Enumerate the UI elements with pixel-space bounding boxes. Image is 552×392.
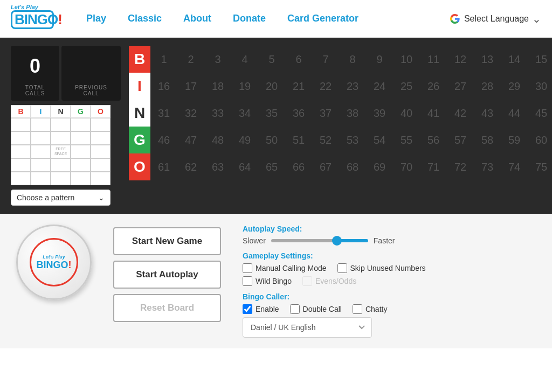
bingo-cell[interactable] [31, 172, 51, 185]
number-46[interactable]: 46 [150, 127, 177, 153]
bingo-cell[interactable] [51, 158, 71, 172]
wild-bingo-option[interactable]: Wild Bingo [243, 276, 292, 286]
number-23[interactable]: 23 [339, 73, 366, 100]
number-54[interactable]: 54 [366, 127, 393, 153]
double-call-option[interactable]: Double Call [290, 304, 342, 314]
bingo-cell[interactable] [91, 118, 111, 131]
number-70[interactable]: 70 [393, 153, 420, 180]
number-53[interactable]: 53 [339, 127, 366, 153]
number-67[interactable]: 67 [312, 153, 339, 180]
reset-board-button[interactable]: Reset Board [113, 294, 221, 322]
number-31[interactable]: 31 [150, 100, 177, 127]
number-15[interactable]: 15 [528, 46, 552, 73]
number-36[interactable]: 36 [285, 100, 312, 127]
bingo-cell[interactable] [31, 158, 51, 172]
number-12[interactable]: 12 [447, 46, 474, 73]
number-40[interactable]: 40 [393, 100, 420, 127]
bingo-cell[interactable] [11, 145, 31, 158]
bingo-cell[interactable] [71, 158, 91, 172]
number-33[interactable]: 33 [204, 100, 231, 127]
number-69[interactable]: 69 [366, 153, 393, 180]
wild-bingo-checkbox[interactable] [243, 276, 252, 286]
number-28[interactable]: 28 [474, 73, 501, 100]
manual-calling-option[interactable]: Manual Calling Mode [243, 263, 327, 273]
number-41[interactable]: 41 [420, 100, 447, 127]
number-74[interactable]: 74 [501, 153, 528, 180]
skip-unused-checkbox[interactable] [337, 263, 347, 273]
number-7[interactable]: 7 [312, 46, 339, 73]
bingo-cell[interactable] [91, 158, 111, 172]
number-37[interactable]: 37 [312, 100, 339, 127]
number-34[interactable]: 34 [231, 100, 258, 127]
chatty-checkbox[interactable] [353, 304, 362, 314]
number-66[interactable]: 66 [285, 153, 312, 180]
number-17[interactable]: 17 [177, 73, 204, 100]
number-60[interactable]: 60 [528, 127, 552, 153]
double-call-checkbox[interactable] [290, 304, 300, 314]
chatty-option[interactable]: Chatty [353, 304, 387, 314]
number-3[interactable]: 3 [204, 46, 231, 73]
number-72[interactable]: 72 [447, 153, 474, 180]
number-13[interactable]: 13 [474, 46, 501, 73]
nav-about[interactable]: About [183, 13, 211, 24]
logo[interactable]: Let's Play BINGO! [11, 4, 54, 33]
bingo-cell[interactable] [51, 131, 71, 145]
number-44[interactable]: 44 [501, 100, 528, 127]
number-68[interactable]: 68 [339, 153, 366, 180]
bingo-cell[interactable] [91, 131, 111, 145]
number-35[interactable]: 35 [258, 100, 285, 127]
number-11[interactable]: 11 [420, 46, 447, 73]
number-51[interactable]: 51 [285, 127, 312, 153]
number-57[interactable]: 57 [447, 127, 474, 153]
number-27[interactable]: 27 [447, 73, 474, 100]
skip-unused-option[interactable]: Skip Unused Numbers [337, 263, 426, 273]
number-26[interactable]: 26 [420, 73, 447, 100]
number-30[interactable]: 30 [528, 73, 552, 100]
start-new-game-button[interactable]: Start New Game [113, 227, 221, 255]
bingo-cell[interactable] [71, 172, 91, 185]
number-42[interactable]: 42 [447, 100, 474, 127]
number-52[interactable]: 52 [312, 127, 339, 153]
bingo-cell[interactable] [11, 131, 31, 145]
voice-select[interactable]: Daniel / UK English [243, 317, 372, 338]
number-18[interactable]: 18 [204, 73, 231, 100]
number-8[interactable]: 8 [339, 46, 366, 73]
number-5[interactable]: 5 [258, 46, 285, 73]
manual-calling-checkbox[interactable] [243, 263, 252, 273]
number-38[interactable]: 38 [339, 100, 366, 127]
bingo-cell[interactable] [91, 145, 111, 158]
nav-card-generator[interactable]: Card Generator [287, 13, 358, 24]
number-56[interactable]: 56 [420, 127, 447, 153]
number-19[interactable]: 19 [231, 73, 258, 100]
bingo-cell[interactable] [71, 131, 91, 145]
bingo-cell[interactable] [71, 145, 91, 158]
pattern-dropdown[interactable]: Choose a pattern ⌄ [11, 190, 111, 206]
bingo-cell[interactable] [11, 158, 31, 172]
number-25[interactable]: 25 [393, 73, 420, 100]
number-4[interactable]: 4 [231, 46, 258, 73]
number-2[interactable]: 2 [177, 46, 204, 73]
number-59[interactable]: 59 [501, 127, 528, 153]
bingo-cell[interactable] [91, 172, 111, 185]
number-1[interactable]: 1 [150, 46, 177, 73]
bingo-cell[interactable] [31, 118, 51, 131]
number-6[interactable]: 6 [285, 46, 312, 73]
number-55[interactable]: 55 [393, 127, 420, 153]
number-49[interactable]: 49 [231, 127, 258, 153]
bingo-cell[interactable] [31, 131, 51, 145]
number-20[interactable]: 20 [258, 73, 285, 100]
number-58[interactable]: 58 [474, 127, 501, 153]
number-75[interactable]: 75 [528, 153, 552, 180]
number-16[interactable]: 16 [150, 73, 177, 100]
number-45[interactable]: 45 [528, 100, 552, 127]
number-65[interactable]: 65 [258, 153, 285, 180]
language-select-button[interactable]: Select Language ⌄ [464, 12, 541, 25]
enable-caller-checkbox[interactable] [243, 304, 252, 314]
number-47[interactable]: 47 [177, 127, 204, 153]
nav-classic[interactable]: Classic [128, 13, 162, 24]
evens-odds-checkbox[interactable] [302, 276, 312, 286]
number-22[interactable]: 22 [312, 73, 339, 100]
number-10[interactable]: 10 [393, 46, 420, 73]
bingo-cell[interactable] [11, 118, 31, 131]
number-71[interactable]: 71 [420, 153, 447, 180]
